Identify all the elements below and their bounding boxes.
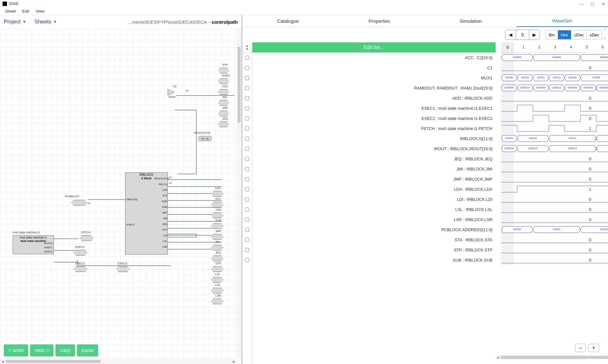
project-dropdown[interactable]: Project ▼: [4, 19, 26, 25]
signal-name[interactable]: SUB : IRBLOCK.SUB: [252, 255, 496, 265]
out-hex[interactable]: [211, 266, 224, 272]
paste-button[interactable]: paste: [77, 344, 98, 356]
tab-catalogue[interactable]: Catalogue: [242, 15, 334, 27]
menu-sheet[interactable]: Sheet: [2, 8, 19, 14]
wave-row[interactable]: [496, 245, 586, 255]
signal-name[interactable]: LDA : IRBLOCK.LDA: [252, 184, 496, 194]
out-hex[interactable]: [211, 256, 224, 261]
exec2b-hex[interactable]: [116, 266, 130, 272]
canvas-scrollbar-horizontal[interactable]: ◀▶: [0, 359, 237, 364]
edge-hex[interactable]: [218, 100, 229, 106]
signal-checkbox[interactable]: [245, 137, 249, 141]
wave-row[interactable]: [496, 63, 586, 73]
wave-row[interactable]: [496, 113, 586, 123]
tab-wavesim[interactable]: WaveSim: [516, 15, 608, 27]
radix-udec[interactable]: uDec: [571, 30, 587, 39]
minimize-button[interactable]: —: [580, 2, 584, 6]
signal-checkbox[interactable]: [245, 86, 249, 90]
wave-row[interactable]: [496, 154, 586, 164]
menu-view[interactable]: View: [32, 8, 48, 14]
signal-checkbox[interactable]: [245, 56, 249, 60]
edge-hex[interactable]: [218, 89, 229, 95]
signal-checkbox[interactable]: [245, 238, 249, 242]
fetch-hex[interactable]: [79, 235, 94, 241]
close-button[interactable]: ✕: [601, 2, 605, 6]
signal-name[interactable]: LSL : IRBLOCK.LSL: [252, 204, 496, 214]
wave-row[interactable]: 0x0000x0100x0110x0040x0080x: [496, 133, 586, 144]
exec1-hex[interactable]: [73, 250, 88, 256]
signal-name[interactable]: FETCH : mu0 state machine.I1.FETCH: [252, 123, 496, 133]
signal-checkbox[interactable]: [245, 157, 249, 161]
menu-edit[interactable]: Edit: [19, 8, 32, 14]
signal-checkbox[interactable]: [245, 106, 249, 110]
right-mini-scroll[interactable]: ▴▾: [603, 27, 607, 42]
check-col-header[interactable]: ▴▾: [242, 42, 252, 52]
edge-hex[interactable]: [218, 111, 229, 116]
out-hex[interactable]: [211, 245, 224, 250]
ramdout-hex[interactable]: [71, 200, 88, 206]
signal-checkbox[interactable]: [245, 187, 249, 191]
radix-bin[interactable]: Bin: [546, 30, 558, 39]
zoom-in-button[interactable]: +: [588, 344, 599, 352]
wave-row[interactable]: [496, 174, 586, 184]
wave-row[interactable]: 0x0000x0010x0020x0040x008: [496, 225, 586, 235]
edge-hex[interactable]: [218, 121, 229, 127]
signal-name[interactable]: STP : IRBLOCK.STP: [252, 245, 496, 255]
signal-checkbox[interactable]: [245, 147, 249, 151]
radix-hex[interactable]: Hex: [558, 30, 571, 39]
out-hex[interactable]: [211, 213, 224, 218]
schematic-canvas[interactable]: STPEXECACCJMIJMPJEQ C2 16 64000 IROUT(15…: [0, 28, 242, 364]
zoom-out-button[interactable]: –: [575, 344, 586, 352]
signal-checkbox[interactable]: [245, 228, 249, 232]
wave-row[interactable]: [496, 255, 586, 265]
signal-name[interactable]: RAMDOUT, RAMDOUT : RAM1.Dout[15:0]: [252, 83, 496, 93]
wave-row[interactable]: [496, 103, 586, 113]
sheets-dropdown[interactable]: Sheets ▼: [35, 19, 57, 25]
step-prev-button[interactable]: ◀: [505, 30, 516, 40]
signal-name[interactable]: EXEC2 : mu0 state machine.I1.EXEC2: [252, 113, 496, 123]
wave-row[interactable]: [496, 93, 586, 103]
exec2-hex[interactable]: [73, 266, 88, 272]
wave-row[interactable]: [496, 123, 586, 133]
wave-scrollbar-horizontal[interactable]: ◀▶: [496, 355, 586, 360]
signal-checkbox[interactable]: [245, 66, 249, 70]
tab-properties[interactable]: Properties: [334, 15, 425, 27]
wave-row[interactable]: 0x00000x00100x00110x40040x50080x: [496, 144, 586, 154]
redo-button[interactable]: redo >: [30, 344, 54, 356]
signal-name[interactable]: IRBLOCK.N[11:0]: [252, 133, 496, 144]
wave-row[interactable]: [496, 204, 586, 214]
signal-name[interactable]: JMP : IRBLOCK.JMP: [252, 174, 496, 184]
edge-hex[interactable]: [218, 68, 229, 73]
tab-simulation[interactable]: Simulation: [425, 15, 517, 27]
signal-name[interactable]: ACC : C2[15:0]: [252, 52, 496, 63]
signal-name[interactable]: PCBLOCK.ADDRESS[11:0]: [252, 225, 496, 235]
signal-checkbox[interactable]: [245, 177, 249, 181]
signal-name[interactable]: MUX1: [252, 73, 496, 83]
step-value-input[interactable]: [516, 30, 529, 40]
wave-row[interactable]: [496, 194, 586, 204]
wave-area[interactable]: 0 1234567891011121314 0xfa000xfa000xfa00…: [496, 42, 586, 364]
signal-name[interactable]: IROUT : IRBLOCK.IROUT[15:0]: [252, 144, 496, 154]
signal-name[interactable]: LDI : IRBLOCK.LDI: [252, 194, 496, 204]
signal-checkbox[interactable]: [245, 76, 249, 80]
signal-checkbox[interactable]: [245, 126, 249, 131]
edit-list-button[interactable]: Edit list...: [252, 42, 496, 52]
out-hex[interactable]: [211, 202, 224, 207]
wave-row[interactable]: 0xfa000xfa000xfa000xfa000xfa000xfa00: [496, 52, 586, 63]
canvas-scrollbar-vertical[interactable]: [237, 28, 242, 359]
edge-hex[interactable]: [218, 78, 229, 84]
signal-checkbox[interactable]: [245, 197, 249, 201]
signal-name[interactable]: LSR : IRBLOCK.LSR: [252, 214, 496, 225]
wave-row[interactable]: 0x0000x0100x0010x0110x0020x0040x0080x008…: [496, 73, 586, 83]
signal-name[interactable]: EXEC1 : mu0 state machine.I1.EXEC1: [252, 103, 496, 113]
signal-name[interactable]: JMI : IRBLOCK.JMI: [252, 164, 496, 174]
out-hex[interactable]: [211, 299, 224, 304]
signal-checkbox[interactable]: [245, 248, 249, 252]
copy-button[interactable]: copy: [55, 344, 75, 356]
wave-row[interactable]: [496, 184, 586, 194]
step-next-button[interactable]: ▶: [529, 30, 540, 40]
out-hex[interactable]: [211, 288, 224, 293]
signal-checkbox[interactable]: [245, 207, 249, 212]
out-hex[interactable]: [211, 191, 224, 197]
signal-name[interactable]: ADD : IRBLOCK.ADD: [252, 93, 496, 103]
